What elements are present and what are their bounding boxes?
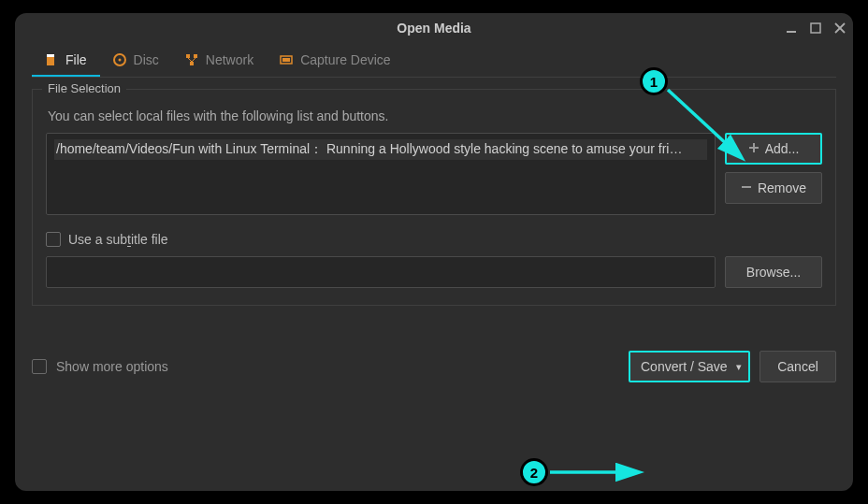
tab-network[interactable]: Network [172,43,267,77]
file-list-item[interactable]: /home/team/Videos/Fun with Linux Termina… [54,139,707,160]
minimize-icon[interactable] [786,22,797,34]
annotation-badge-2: 2 [520,458,548,486]
svg-rect-1 [811,23,820,33]
file-selection-section: File Selection You can select local file… [32,89,836,306]
subtitle-label: Use a subtitle file [68,232,168,247]
browse-button-label: Browse... [746,265,801,280]
svg-rect-14 [282,58,290,62]
dialog-window: Open Media File Disc Network Capture Dev [13,11,855,493]
cancel-button-label: Cancel [777,359,818,374]
tab-capture[interactable]: Capture Device [267,43,404,77]
file-list[interactable]: /home/team/Videos/Fun with Linux Termina… [46,133,716,215]
tabs: File Disc Network Capture Device [32,43,836,78]
tab-label: File [65,52,87,67]
svg-rect-10 [190,62,194,65]
tab-disc[interactable]: Disc [100,43,172,77]
convert-save-label: Convert / Save [641,359,728,374]
annotation-badge-1: 1 [640,67,668,95]
tab-label: Disc [134,52,159,67]
svg-rect-0 [787,31,796,33]
disc-icon [113,53,126,66]
annotation-arrow-2 [548,460,651,484]
window-title: Open Media [397,21,470,36]
titlebar: Open Media [15,13,853,43]
minus-icon [741,180,752,195]
svg-rect-5 [47,54,54,57]
chevron-down-icon: ▾ [736,361,742,373]
remove-button[interactable]: Remove [725,172,822,204]
browse-button[interactable]: Browse... [725,256,822,288]
file-icon [45,53,58,66]
subtitle-path-input[interactable] [46,256,716,288]
add-button[interactable]: Add... [725,133,822,165]
svg-line-12 [192,58,195,62]
svg-rect-9 [194,54,197,58]
add-button-label: Add... [765,141,800,156]
more-options-label: Show more options [56,359,168,374]
more-options-checkbox[interactable] [32,359,47,374]
svg-line-11 [188,58,192,62]
remove-button-label: Remove [758,180,806,195]
tab-file[interactable]: File [32,43,100,77]
section-legend: File Selection [42,81,126,95]
maximize-icon[interactable] [810,22,821,34]
svg-rect-8 [186,54,190,58]
window-controls [786,13,846,43]
tab-label: Network [206,52,253,67]
convert-save-button[interactable]: Convert / Save ▾ [629,351,750,382]
network-icon [185,53,198,66]
capture-icon [280,53,293,66]
plus-icon [748,141,760,156]
svg-point-7 [118,59,121,62]
hint-text: You can select local files with the foll… [48,108,822,123]
close-icon[interactable] [834,22,846,34]
tab-label: Capture Device [300,52,391,67]
cancel-button[interactable]: Cancel [760,351,836,382]
subtitle-checkbox[interactable] [46,232,61,247]
